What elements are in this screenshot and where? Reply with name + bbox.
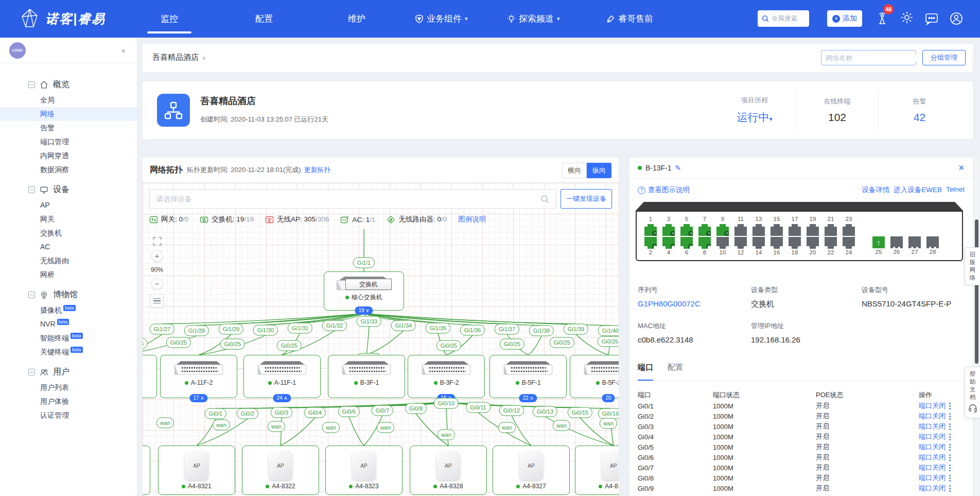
rj45-port-22[interactable] <box>825 237 837 249</box>
more-actions-icon[interactable] <box>949 444 951 451</box>
sidebar-item-网络[interactable]: 网络 <box>0 107 137 121</box>
sidebar-item-告警[interactable]: 告警 <box>0 121 137 135</box>
rj45-port-1[interactable]: ⚡ <box>644 224 657 236</box>
rj45-port-16[interactable] <box>771 237 783 249</box>
gi1-port-pill[interactable]: Gi1/39 <box>564 324 588 335</box>
port-close-link[interactable]: 端口关闭 <box>919 412 946 421</box>
scrollbar-thumb[interactable] <box>975 219 978 364</box>
more-actions-icon[interactable] <box>949 465 951 471</box>
rj45-port-21[interactable] <box>825 224 837 236</box>
eweb-link[interactable]: 进入设备EWEB <box>894 185 942 195</box>
view-legend-link[interactable]: ?查看图示说明 <box>638 185 690 195</box>
switch-node-A-11F-1[interactable]: A-11F-124 ∧ <box>243 355 321 398</box>
gi025-port-pill[interactable]: Gi0/25 <box>550 337 574 348</box>
port-close-link[interactable]: 端口关闭 <box>919 422 946 431</box>
sidebar-item-无线路由[interactable]: 无线路由 <box>0 254 137 268</box>
uplink-port-pill[interactable]: Gi1/1 <box>353 258 375 268</box>
global-search[interactable] <box>758 10 809 27</box>
sfp-port-27[interactable] <box>908 236 921 248</box>
port-close-link[interactable]: 端口关闭 <box>919 484 946 493</box>
gi0-port-pill[interactable]: Gi0/11 <box>466 402 491 413</box>
sidebar-item-数据洞察[interactable]: 数据洞察 <box>0 163 137 177</box>
wan-port-pill[interactable]: wan <box>268 421 285 432</box>
brand-logo[interactable]: 诺客|睿易 <box>20 8 106 29</box>
sfp-port-28[interactable] <box>926 236 939 248</box>
gi0-port-pill[interactable]: Gi0/6 <box>338 406 360 417</box>
wan-port-pill[interactable]: wan <box>377 422 394 433</box>
ap-node-A4-8323[interactable]: APA4-8323 <box>325 446 402 495</box>
layers-menu-button[interactable] <box>150 294 164 307</box>
gi0-port-pill[interactable]: Gi0/8 <box>405 403 427 414</box>
core-switch-node[interactable]: 交换机核心交换机19 ∨ <box>324 271 404 311</box>
sidebar-item-AC[interactable]: AC <box>0 240 137 254</box>
global-search-input[interactable] <box>772 15 804 22</box>
expand-badge[interactable]: 17 ∧ <box>189 394 207 402</box>
rj45-port-7[interactable]: ⚡ <box>698 224 711 236</box>
device-search[interactable] <box>149 189 556 209</box>
sidebar-item-网关[interactable]: 网关 <box>0 212 137 226</box>
rj45-port-5[interactable]: ⚡ <box>680 224 693 236</box>
sidebar-item-摄像机[interactable]: 摄像机beta <box>0 303 137 317</box>
port-close-link[interactable]: 端口关闭 <box>919 401 946 411</box>
sidebar-item-关键终端[interactable]: 关键终端beta <box>0 345 137 359</box>
rj45-port-2[interactable]: ⚡ <box>644 237 657 249</box>
wan-port-pill[interactable]: wan <box>498 422 516 433</box>
sidebar-section-1[interactable]: 设备 <box>0 181 137 198</box>
ap-node-A4-8326[interactable]: APA4-8326 <box>575 446 619 495</box>
gi025-port-pill[interactable]: Gi0/25 <box>598 336 619 347</box>
port-close-link[interactable]: 端口关闭 <box>919 453 946 462</box>
switch-node-B-3F-1[interactable]: B-3F-1 <box>328 355 405 398</box>
network-name-input[interactable] <box>826 54 916 62</box>
rj45-port-12[interactable] <box>734 237 747 249</box>
expand-badge[interactable]: 24 ∧ <box>273 394 291 402</box>
fullscreen-icon[interactable] <box>153 237 162 246</box>
sidebar-item-用户列表[interactable]: 用户列表 <box>0 381 137 395</box>
switch-node-A-11F-2[interactable]: A-11F-217 ∧ <box>160 355 237 398</box>
gi1-port-pill[interactable]: Gi1/35 <box>426 323 450 334</box>
gi0-port-pill[interactable]: Gi0/12 <box>499 405 524 416</box>
group-manage-button[interactable]: 分组管理 <box>922 50 966 65</box>
wan-port-pill[interactable]: wan <box>213 420 230 431</box>
gi1-port-pill[interactable]: Gi1/38 <box>529 326 554 336</box>
refresh-topology-link[interactable]: 更新拓扑 <box>304 165 331 175</box>
more-actions-icon[interactable] <box>949 485 951 492</box>
gi0-port-pill[interactable]: Gi0/4 <box>304 407 326 418</box>
gi1-port-pill[interactable]: Gi1/31 <box>288 323 312 334</box>
sidebar-item-用户体验[interactable]: 用户体验 <box>0 395 137 408</box>
rj45-port-24[interactable] <box>843 237 855 249</box>
more-actions-icon[interactable] <box>949 454 951 461</box>
gi1-port-pill[interactable]: Gi1/37 <box>495 324 519 335</box>
expand-badge[interactable]: 22 ∧ <box>519 394 537 402</box>
rj45-port-3[interactable]: ⚡ <box>662 224 675 236</box>
more-actions-icon[interactable] <box>949 403 951 409</box>
sfp-port-25[interactable]: ↑ <box>872 236 885 248</box>
collapse-icon[interactable] <box>28 81 35 88</box>
rj45-port-20[interactable] <box>807 237 819 249</box>
rj45-port-11[interactable] <box>734 224 747 236</box>
gi1-port-pill[interactable]: Gi1/27 <box>150 324 174 335</box>
topology-canvas[interactable]: Gi1/1交换机核心交换机19 ∨Gi1/27Gi1/28Gi1/29Gi1/3… <box>143 183 619 496</box>
switch-node-B-5F-2[interactable]: B-5F-220 <box>570 355 619 398</box>
message-icon[interactable] <box>924 11 939 26</box>
network-selector[interactable]: 吾喜精品酒店∨ <box>152 53 206 62</box>
gi1-port-pill[interactable]: Gi1/40 <box>598 326 619 336</box>
port-close-link[interactable]: 端口关闭 <box>919 473 946 483</box>
more-actions-icon[interactable] <box>949 423 951 430</box>
nav-item-2[interactable]: 维护 <box>348 13 365 25</box>
gi1-port-pill[interactable]: Gi1/33 <box>357 316 381 327</box>
discover-devices-button[interactable]: 一键发现设备 <box>561 189 612 209</box>
port-close-link[interactable]: 端口关闭 <box>919 463 946 472</box>
more-actions-icon[interactable] <box>949 434 951 440</box>
gi0-port-pill[interactable]: Gi0/7 <box>372 405 393 416</box>
collapse-icon[interactable] <box>28 292 35 298</box>
gi0-port-pill[interactable]: Gi0/1 <box>205 408 226 419</box>
sfp-port-26[interactable] <box>890 236 903 248</box>
ap-node-cut[interactable]: AP <box>143 446 150 495</box>
close-icon[interactable]: ✕ <box>958 163 965 173</box>
rj45-port-23[interactable] <box>843 224 855 236</box>
more-actions-icon[interactable] <box>949 413 951 420</box>
gi0-port-pill[interactable]: Gi0/16 <box>598 408 619 419</box>
sidebar-item-智能终端[interactable]: 智能终端beta <box>0 331 137 345</box>
org-avatar[interactable]: LOGO <box>9 42 26 59</box>
more-actions-icon[interactable] <box>949 475 951 482</box>
